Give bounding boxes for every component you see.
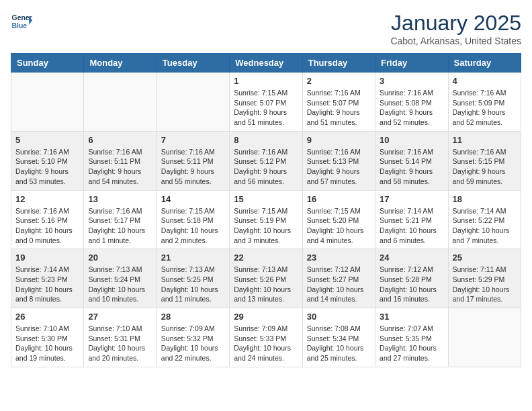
- day-number: 28: [161, 312, 225, 322]
- day-info: Sunrise: 7:16 AM Sunset: 5:13 PM Dayligh…: [307, 147, 371, 187]
- day-number: 22: [234, 253, 298, 263]
- day-info: Sunrise: 7:13 AM Sunset: 5:25 PM Dayligh…: [161, 265, 225, 304]
- calendar-header-monday: Monday: [84, 54, 157, 73]
- day-number: 19: [15, 253, 79, 263]
- day-info: Sunrise: 7:11 AM Sunset: 5:29 PM Dayligh…: [453, 265, 517, 304]
- calendar-cell: 21Sunrise: 7:13 AM Sunset: 5:25 PM Dayli…: [157, 249, 229, 308]
- calendar-header-saturday: Saturday: [448, 54, 521, 73]
- day-number: 3: [380, 76, 443, 86]
- day-info: Sunrise: 7:15 AM Sunset: 5:19 PM Dayligh…: [234, 206, 298, 246]
- calendar-cell: 3Sunrise: 7:16 AM Sunset: 5:08 PM Daylig…: [375, 73, 448, 132]
- calendar-header-sunday: Sunday: [11, 54, 84, 73]
- day-number: 21: [161, 253, 225, 263]
- day-number: 7: [161, 135, 225, 145]
- calendar-cell: 31Sunrise: 7:07 AM Sunset: 5:35 PM Dayli…: [375, 308, 448, 367]
- day-number: 30: [307, 312, 371, 322]
- day-info: Sunrise: 7:14 AM Sunset: 5:21 PM Dayligh…: [380, 206, 443, 246]
- calendar-cell: 25Sunrise: 7:11 AM Sunset: 5:29 PM Dayli…: [448, 249, 521, 308]
- day-info: Sunrise: 7:09 AM Sunset: 5:33 PM Dayligh…: [234, 324, 298, 363]
- day-number: 29: [234, 312, 298, 322]
- month-title: January 2025: [390, 11, 521, 36]
- calendar-cell: 28Sunrise: 7:09 AM Sunset: 5:32 PM Dayli…: [157, 308, 229, 367]
- calendar-cell: 22Sunrise: 7:13 AM Sunset: 5:26 PM Dayli…: [230, 249, 302, 308]
- calendar-week-row: 19Sunrise: 7:14 AM Sunset: 5:23 PM Dayli…: [11, 249, 521, 308]
- day-number: 24: [380, 253, 443, 263]
- calendar-cell: 5Sunrise: 7:16 AM Sunset: 5:10 PM Daylig…: [11, 131, 84, 190]
- day-number: 17: [380, 194, 443, 204]
- day-number: 10: [380, 135, 443, 145]
- calendar-cell: 1Sunrise: 7:15 AM Sunset: 5:07 PM Daylig…: [230, 73, 302, 132]
- svg-text:Blue: Blue: [12, 22, 28, 30]
- logo-icon: General Blue: [11, 11, 32, 32]
- day-info: Sunrise: 7:16 AM Sunset: 5:12 PM Dayligh…: [234, 147, 298, 187]
- day-number: 15: [234, 194, 298, 204]
- calendar-cell: 14Sunrise: 7:15 AM Sunset: 5:18 PM Dayli…: [157, 190, 229, 249]
- day-info: Sunrise: 7:09 AM Sunset: 5:32 PM Dayligh…: [161, 324, 225, 363]
- calendar-cell: 23Sunrise: 7:12 AM Sunset: 5:27 PM Dayli…: [302, 249, 375, 308]
- calendar-header-thursday: Thursday: [302, 54, 375, 73]
- calendar-cell: 16Sunrise: 7:15 AM Sunset: 5:20 PM Dayli…: [302, 190, 375, 249]
- calendar-header-row: SundayMondayTuesdayWednesdayThursdayFrid…: [11, 54, 521, 73]
- day-info: Sunrise: 7:12 AM Sunset: 5:28 PM Dayligh…: [380, 265, 443, 304]
- calendar-cell: 2Sunrise: 7:16 AM Sunset: 5:07 PM Daylig…: [302, 73, 375, 132]
- day-info: Sunrise: 7:15 AM Sunset: 5:20 PM Dayligh…: [307, 206, 371, 246]
- page-header: General Blue January 2025 Cabot, Arkansa…: [11, 11, 521, 46]
- day-number: 2: [307, 76, 371, 86]
- day-info: Sunrise: 7:08 AM Sunset: 5:34 PM Dayligh…: [307, 324, 371, 363]
- day-info: Sunrise: 7:16 AM Sunset: 5:07 PM Dayligh…: [307, 88, 371, 128]
- calendar-cell: 7Sunrise: 7:16 AM Sunset: 5:11 PM Daylig…: [157, 131, 229, 190]
- day-info: Sunrise: 7:14 AM Sunset: 5:22 PM Dayligh…: [453, 206, 517, 246]
- day-number: 5: [15, 135, 79, 145]
- day-info: Sunrise: 7:13 AM Sunset: 5:24 PM Dayligh…: [88, 265, 152, 304]
- day-number: 1: [234, 76, 298, 86]
- calendar-cell: 29Sunrise: 7:09 AM Sunset: 5:33 PM Dayli…: [230, 308, 302, 367]
- calendar-cell: 6Sunrise: 7:16 AM Sunset: 5:11 PM Daylig…: [84, 131, 157, 190]
- day-info: Sunrise: 7:13 AM Sunset: 5:26 PM Dayligh…: [234, 265, 298, 304]
- calendar-week-row: 12Sunrise: 7:16 AM Sunset: 5:16 PM Dayli…: [11, 190, 521, 249]
- calendar-cell: 12Sunrise: 7:16 AM Sunset: 5:16 PM Dayli…: [11, 190, 84, 249]
- title-section: January 2025 Cabot, Arkansas, United Sta…: [390, 11, 521, 46]
- day-number: 9: [307, 135, 371, 145]
- day-number: 8: [234, 135, 298, 145]
- calendar-cell: 27Sunrise: 7:10 AM Sunset: 5:31 PM Dayli…: [84, 308, 157, 367]
- calendar-cell: 26Sunrise: 7:10 AM Sunset: 5:30 PM Dayli…: [11, 308, 84, 367]
- calendar-cell: 17Sunrise: 7:14 AM Sunset: 5:21 PM Dayli…: [375, 190, 448, 249]
- location: Cabot, Arkansas, United States: [390, 36, 521, 46]
- day-number: 31: [380, 312, 443, 322]
- day-info: Sunrise: 7:16 AM Sunset: 5:09 PM Dayligh…: [453, 88, 517, 128]
- calendar-cell: [448, 308, 521, 367]
- calendar-week-row: 26Sunrise: 7:10 AM Sunset: 5:30 PM Dayli…: [11, 308, 521, 367]
- day-info: Sunrise: 7:10 AM Sunset: 5:30 PM Dayligh…: [15, 324, 79, 363]
- calendar-week-row: 1Sunrise: 7:15 AM Sunset: 5:07 PM Daylig…: [11, 73, 521, 132]
- day-number: 20: [88, 253, 152, 263]
- day-number: 12: [15, 194, 79, 204]
- day-info: Sunrise: 7:16 AM Sunset: 5:08 PM Dayligh…: [380, 88, 443, 128]
- day-info: Sunrise: 7:16 AM Sunset: 5:10 PM Dayligh…: [15, 147, 79, 187]
- calendar-cell: 4Sunrise: 7:16 AM Sunset: 5:09 PM Daylig…: [448, 73, 521, 132]
- calendar-cell: 30Sunrise: 7:08 AM Sunset: 5:34 PM Dayli…: [302, 308, 375, 367]
- day-number: 27: [88, 312, 152, 322]
- day-info: Sunrise: 7:16 AM Sunset: 5:11 PM Dayligh…: [88, 147, 152, 187]
- calendar-header-wednesday: Wednesday: [230, 54, 302, 73]
- day-info: Sunrise: 7:14 AM Sunset: 5:23 PM Dayligh…: [15, 265, 79, 304]
- day-info: Sunrise: 7:07 AM Sunset: 5:35 PM Dayligh…: [380, 324, 443, 363]
- day-number: 25: [453, 253, 517, 263]
- day-info: Sunrise: 7:12 AM Sunset: 5:27 PM Dayligh…: [307, 265, 371, 304]
- day-number: 18: [453, 194, 517, 204]
- day-number: 26: [15, 312, 79, 322]
- day-number: 14: [161, 194, 225, 204]
- calendar-cell: 11Sunrise: 7:16 AM Sunset: 5:15 PM Dayli…: [448, 131, 521, 190]
- calendar-week-row: 5Sunrise: 7:16 AM Sunset: 5:10 PM Daylig…: [11, 131, 521, 190]
- day-info: Sunrise: 7:10 AM Sunset: 5:31 PM Dayligh…: [88, 324, 152, 363]
- calendar-cell: [157, 73, 229, 132]
- day-number: 23: [307, 253, 371, 263]
- calendar-header-friday: Friday: [375, 54, 448, 73]
- calendar-table: SundayMondayTuesdayWednesdayThursdayFrid…: [11, 53, 521, 367]
- day-number: 4: [453, 76, 517, 86]
- logo: General Blue: [11, 11, 32, 32]
- calendar-cell: 24Sunrise: 7:12 AM Sunset: 5:28 PM Dayli…: [375, 249, 448, 308]
- day-info: Sunrise: 7:15 AM Sunset: 5:18 PM Dayligh…: [161, 206, 225, 246]
- day-number: 13: [88, 194, 152, 204]
- calendar-cell: 9Sunrise: 7:16 AM Sunset: 5:13 PM Daylig…: [302, 131, 375, 190]
- calendar-cell: 20Sunrise: 7:13 AM Sunset: 5:24 PM Dayli…: [84, 249, 157, 308]
